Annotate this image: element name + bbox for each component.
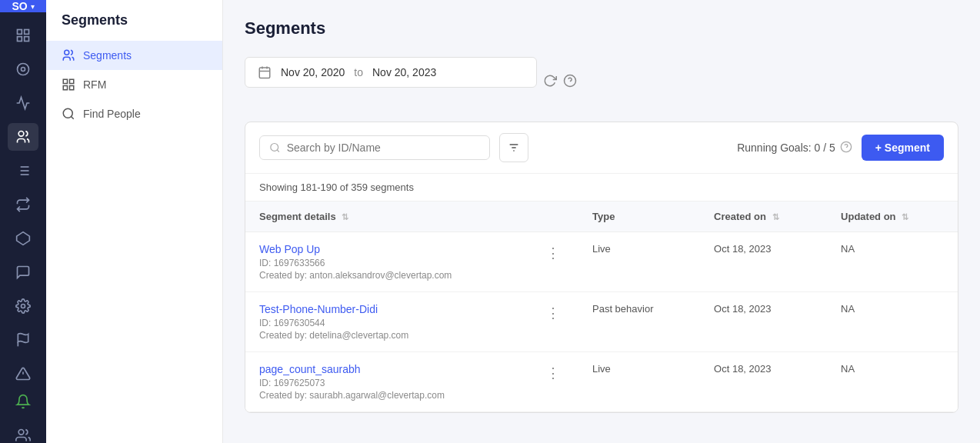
- icon-bar: SO ▾: [0, 0, 46, 443]
- cell-created-on-2: Oct 18, 2023: [700, 352, 827, 412]
- connectors-icon[interactable]: [8, 225, 38, 252]
- search-icon: [269, 142, 281, 154]
- table-row: Test-Phone-Number-Didi ID: 1697630544 Cr…: [245, 292, 958, 352]
- svg-point-6: [18, 132, 24, 137]
- row-menu-button-2[interactable]: ⋮: [542, 363, 565, 383]
- cell-segment-details-2: page_count_saurabh ID: 1697625073 Create…: [245, 352, 578, 412]
- svg-rect-26: [259, 68, 270, 78]
- svg-point-24: [63, 108, 72, 118]
- table-header-row: Segment details ⇅ Type Created on ⇅ Upda…: [245, 202, 958, 232]
- help-icon[interactable]: [563, 74, 577, 90]
- search-wrap[interactable]: [259, 135, 490, 160]
- filter-button[interactable]: [499, 133, 528, 162]
- sidebar-item-find-people-label: Find People: [83, 108, 141, 120]
- segment-id-2: ID: 1697625073: [259, 378, 542, 388]
- cell-type-1: Past behavior: [578, 292, 700, 352]
- avatar-initials: SO: [12, 0, 27, 12]
- flags-icon[interactable]: [8, 326, 38, 354]
- bell-icon[interactable]: [8, 388, 38, 415]
- dashboard-icon[interactable]: [8, 22, 38, 49]
- analytics-icon[interactable]: [8, 89, 38, 117]
- journeys-icon[interactable]: [8, 191, 38, 218]
- sidebar-item-segments-label: Segments: [83, 49, 132, 62]
- svg-point-5: [22, 68, 25, 72]
- team-icon[interactable]: [8, 421, 38, 443]
- campaigns-icon[interactable]: [8, 55, 38, 83]
- svg-rect-0: [18, 30, 22, 35]
- controls-row: Running Goals: 0 / 5 + Segment: [245, 122, 958, 174]
- svg-rect-22: [63, 86, 67, 90]
- date-from: Nov 20, 2020: [281, 66, 345, 78]
- filter-icon: [508, 142, 520, 154]
- svg-rect-21: [70, 79, 74, 83]
- rfm-nav-icon: [62, 78, 75, 92]
- cell-updated-on-0: NA: [827, 232, 958, 292]
- funnels-icon[interactable]: [8, 157, 38, 185]
- svg-rect-3: [25, 37, 29, 42]
- svg-rect-2: [18, 37, 22, 42]
- segment-name-0[interactable]: Web Pop Up: [259, 243, 542, 255]
- svg-rect-20: [63, 79, 67, 83]
- segments-nav-icon: [62, 48, 75, 62]
- row-menu-button-0[interactable]: ⋮: [542, 243, 565, 263]
- sort-icon-created: ⇅: [772, 212, 779, 222]
- page-title: Segments: [245, 18, 958, 38]
- sidebar-title: Segments: [46, 12, 222, 41]
- table-row: Web Pop Up ID: 1697633566 Created by: an…: [245, 232, 958, 292]
- svg-line-25: [71, 116, 73, 118]
- cell-updated-on-2: NA: [827, 352, 958, 412]
- add-segment-button[interactable]: + Segment: [862, 135, 944, 161]
- segment-created-by-1: Created by: detelina@clevertap.com: [259, 330, 542, 341]
- nav-icons: [8, 12, 38, 388]
- sidebar-item-rfm-label: RFM: [83, 78, 106, 91]
- running-goals-help-icon[interactable]: [840, 141, 852, 155]
- sidebar-item-find-people[interactable]: Find People: [46, 99, 222, 128]
- segment-created-by-0: Created by: anton.aleksandrov@clevertap.…: [259, 270, 542, 281]
- row-menu-button-1[interactable]: ⋮: [542, 303, 565, 323]
- cell-type-2: Live: [578, 352, 700, 412]
- col-type: Type: [578, 202, 700, 232]
- date-to-value: Nov 20, 2023: [372, 66, 436, 78]
- find-people-nav-icon: [62, 107, 75, 121]
- refresh-icon[interactable]: [543, 74, 557, 90]
- segments-icon[interactable]: [8, 123, 38, 151]
- svg-rect-23: [70, 86, 74, 90]
- settings-icon[interactable]: [8, 292, 38, 320]
- svg-point-4: [18, 64, 29, 75]
- svg-point-18: [18, 430, 24, 435]
- table-row: page_count_saurabh ID: 1697625073 Create…: [245, 352, 958, 412]
- calendar-icon: [258, 65, 272, 79]
- segment-id-0: ID: 1697633566: [259, 258, 542, 268]
- cell-created-on-1: Oct 18, 2023: [700, 292, 827, 352]
- avatar-section[interactable]: SO ▾: [0, 0, 46, 12]
- support-icon[interactable]: [8, 258, 38, 286]
- sort-icon-segment: ⇅: [342, 212, 348, 222]
- date-range-bar[interactable]: Nov 20, 2020 to Nov 20, 2023: [245, 57, 537, 88]
- segment-name-2[interactable]: page_count_saurabh: [259, 363, 542, 375]
- col-created-on[interactable]: Created on ⇅: [700, 202, 827, 232]
- segment-name-1[interactable]: Test-Phone-Number-Didi: [259, 303, 542, 315]
- svg-line-33: [277, 150, 279, 152]
- running-goals-text: Running Goals: 0 / 5: [737, 142, 835, 154]
- cell-updated-on-1: NA: [827, 292, 958, 352]
- search-input[interactable]: [287, 142, 480, 154]
- cell-segment-details-0: Web Pop Up ID: 1697633566 Created by: an…: [245, 232, 578, 292]
- running-goals: Running Goals: 0 / 5: [737, 141, 852, 155]
- segment-id-1: ID: 1697630544: [259, 318, 542, 328]
- sidebar: Segments Segments RFM Find People: [46, 0, 223, 443]
- col-segment-details[interactable]: Segment details ⇅: [245, 202, 578, 232]
- sidebar-item-rfm[interactable]: RFM: [46, 70, 222, 99]
- icon-bar-bottom: [8, 388, 38, 443]
- sidebar-item-segments[interactable]: Segments: [46, 41, 222, 70]
- sort-icon-updated: ⇅: [902, 212, 908, 222]
- date-row: Nov 20, 2020 to Nov 20, 2023: [245, 57, 958, 106]
- date-separator: to: [354, 66, 363, 78]
- segments-table: Segment details ⇅ Type Created on ⇅ Upda…: [245, 202, 958, 412]
- alerts-icon[interactable]: [8, 360, 38, 388]
- chevron-down-icon: ▾: [31, 2, 35, 11]
- cell-segment-details-1: Test-Phone-Number-Didi ID: 1697630544 Cr…: [245, 292, 578, 352]
- cell-type-0: Live: [578, 232, 700, 292]
- segment-created-by-2: Created by: saurabh.agarwal@clevertap.co…: [259, 390, 542, 401]
- col-updated-on[interactable]: Updated on ⇅: [827, 202, 958, 232]
- svg-marker-13: [17, 232, 30, 245]
